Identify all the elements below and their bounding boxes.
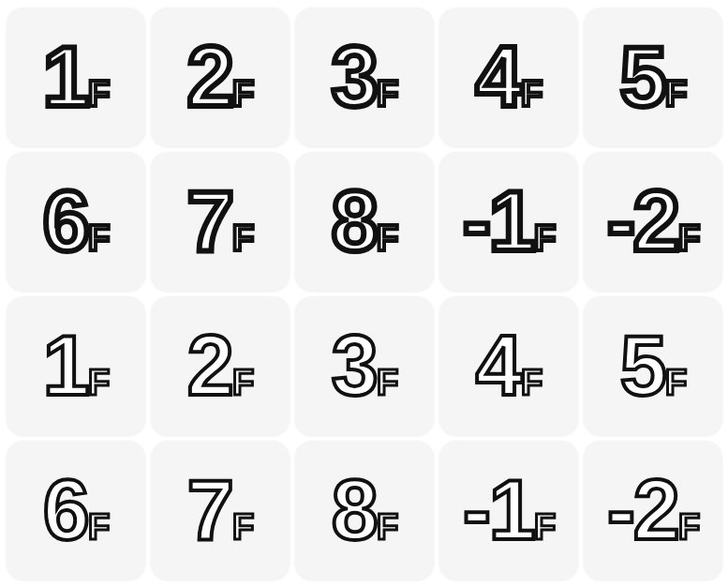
floor-sub-f-neg2f-outline: F: [678, 509, 698, 545]
floor-main-num-5f-outline: 5: [620, 324, 665, 408]
floor-sub-f-6f-outline: F: [88, 509, 108, 545]
floor-main-num-neg2f-outline: -2: [607, 468, 678, 552]
floor-main-num-8f-outline: 8: [332, 468, 377, 552]
floor-tile-2f-outline[interactable]: 2F: [151, 296, 290, 435]
floor-label-7f-solid: 7F: [187, 179, 252, 263]
floor-tile-8f-solid[interactable]: 8F: [295, 152, 434, 291]
floor-tile-neg2f-outline[interactable]: -2F: [584, 441, 722, 579]
floor-main-num-7f-outline: 7: [187, 468, 232, 552]
floor-sub-f-7f-solid: F: [232, 220, 252, 256]
floor-sub-f-4f-outline: F: [521, 365, 541, 400]
floor-tile-4f-outline[interactable]: 4F: [439, 296, 578, 435]
floor-main-num-2f-solid: 2: [187, 35, 232, 119]
floor-main-num-5f-solid: 5: [620, 35, 665, 119]
floor-tile-7f-outline[interactable]: 7F: [151, 441, 290, 579]
floor-label-2f-solid: 2F: [187, 35, 252, 119]
floor-main-num-3f-solid: 3: [332, 35, 377, 119]
floor-tile-3f-solid[interactable]: 3F: [295, 8, 434, 146]
floor-sub-f-6f-solid: F: [88, 220, 108, 256]
floor-sub-f-4f-solid: F: [521, 76, 541, 112]
floor-main-num-neg2f-solid: -2: [607, 179, 678, 263]
floor-sub-f-3f-solid: F: [377, 76, 396, 112]
floor-label-4f-solid: 4F: [476, 35, 541, 119]
floor-label-6f-solid: 6F: [43, 179, 108, 263]
floor-sub-f-7f-outline: F: [232, 509, 252, 545]
floor-label-7f-outline: 7F: [187, 468, 252, 552]
floor-tile-1f-outline[interactable]: 1F: [7, 296, 145, 435]
floor-label-neg1f-outline: -1F: [463, 468, 554, 552]
floor-tile-7f-solid[interactable]: 7F: [151, 152, 290, 291]
floor-main-num-neg1f-outline: -1: [463, 468, 534, 552]
floor-sub-f-8f-solid: F: [377, 220, 396, 256]
floor-tile-4f-solid[interactable]: 4F: [439, 8, 578, 146]
floor-tile-5f-outline[interactable]: 5F: [584, 296, 722, 435]
floor-sub-f-2f-outline: F: [232, 365, 252, 400]
floor-label-neg2f-solid: -2F: [607, 179, 698, 263]
floor-sub-f-5f-outline: F: [665, 365, 685, 400]
floor-label-8f-outline: 8F: [332, 468, 396, 552]
floor-main-num-7f-solid: 7: [187, 179, 232, 263]
floor-main-num-6f-outline: 6: [43, 468, 88, 552]
floor-sub-f-1f-solid: F: [88, 76, 108, 112]
floor-label-6f-outline: 6F: [43, 468, 108, 552]
floor-label-neg2f-outline: -2F: [607, 468, 698, 552]
floor-tile-6f-outline[interactable]: 6F: [7, 441, 145, 579]
floor-sub-f-neg1f-solid: F: [534, 220, 554, 256]
floor-tile-3f-outline[interactable]: 3F: [295, 296, 434, 435]
floor-sub-f-2f-solid: F: [232, 76, 252, 112]
floor-tile-1f-solid[interactable]: 1F: [7, 8, 145, 146]
floor-main-num-neg1f-solid: -1: [463, 179, 534, 263]
floor-main-num-2f-outline: 2: [187, 324, 232, 408]
floor-label-5f-solid: 5F: [620, 35, 685, 119]
floor-tile-2f-solid[interactable]: 2F: [151, 8, 290, 146]
floor-label-3f-solid: 3F: [332, 35, 396, 119]
floor-tile-neg2f-solid[interactable]: -2F: [584, 152, 722, 291]
floor-sub-f-5f-solid: F: [665, 76, 685, 112]
floor-main-num-4f-outline: 4: [476, 324, 521, 408]
floor-sub-f-8f-outline: F: [377, 509, 396, 545]
floor-tile-8f-outline[interactable]: 8F: [295, 441, 434, 579]
floor-tile-5f-solid[interactable]: 5F: [584, 8, 722, 146]
floor-main-num-4f-solid: 4: [476, 35, 521, 119]
floor-sub-f-neg1f-outline: F: [534, 509, 554, 545]
floor-sub-f-3f-outline: F: [377, 365, 396, 400]
floor-sub-f-1f-outline: F: [88, 365, 108, 400]
floor-label-5f-outline: 5F: [620, 324, 685, 408]
floor-label-1f-solid: 1F: [43, 35, 108, 119]
floor-label-2f-outline: 2F: [187, 324, 252, 408]
floor-main-num-3f-outline: 3: [332, 324, 377, 408]
floor-grid: 1F2F3F4F5F6F7F8F-1F-2F1F2F3F4F5F6F7F8F-1…: [0, 0, 728, 587]
floor-tile-neg1f-outline[interactable]: -1F: [439, 441, 578, 579]
floor-tile-neg1f-solid[interactable]: -1F: [439, 152, 578, 291]
floor-tile-6f-solid[interactable]: 6F: [7, 152, 145, 291]
floor-main-num-8f-solid: 8: [332, 179, 377, 263]
floor-sub-f-neg2f-solid: F: [678, 220, 698, 256]
floor-label-neg1f-solid: -1F: [463, 179, 554, 263]
floor-main-num-1f-outline: 1: [43, 324, 88, 408]
floor-label-4f-outline: 4F: [476, 324, 541, 408]
floor-label-1f-outline: 1F: [43, 324, 108, 408]
floor-main-num-1f-solid: 1: [43, 35, 88, 119]
floor-main-num-6f-solid: 6: [43, 179, 88, 263]
floor-label-8f-solid: 8F: [332, 179, 396, 263]
floor-label-3f-outline: 3F: [332, 324, 396, 408]
